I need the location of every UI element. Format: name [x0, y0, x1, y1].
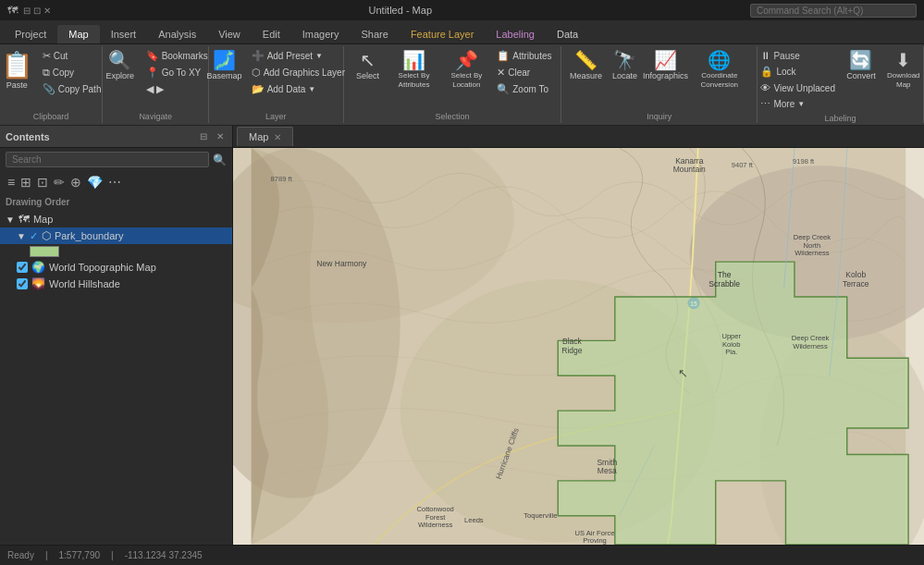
tab-data[interactable]: Data — [546, 25, 589, 43]
layer-item-park-boundary[interactable]: ▼ ✓ ⬡ Park_boundary — [0, 227, 232, 244]
select-by-loc-label: Select By Location — [445, 71, 487, 89]
select-by-location-button[interactable]: 📌 Select By Location — [441, 48, 491, 92]
download-map-button[interactable]: ⬇ Download Map — [883, 48, 924, 92]
map-canvas[interactable]: 15 Kanarra Mountain 9407 ft — [233, 148, 924, 545]
tab-map[interactable]: Map — [57, 25, 99, 43]
bookmarks-button[interactable]: 🔖 Bookmarks — [142, 48, 212, 64]
measure-button[interactable]: 📏 Measure — [567, 48, 604, 84]
attributes-label: Attributes — [512, 51, 551, 61]
svg-text:Terrace: Terrace — [843, 279, 869, 289]
add-preset-label: Add Preset — [267, 51, 313, 61]
filter-icon[interactable]: ⊡ — [35, 173, 50, 191]
svg-text:Proving: Proving — [583, 536, 607, 545]
app-icon: 🗺 — [7, 5, 18, 16]
svg-text:New Harmony: New Harmony — [316, 259, 367, 268]
add-preset-button[interactable]: ➕ Add Preset ▼ — [248, 48, 349, 64]
zoom-to-button[interactable]: 🔍 Zoom To — [493, 81, 555, 97]
inquiry-content: 📏 Measure 🔭 Locate 📈 Infographics 🌐 Coor… — [567, 48, 751, 110]
selection-group-label: Selection — [436, 112, 470, 121]
draw-icon[interactable]: ✏ — [52, 173, 67, 191]
explore-icon: 🔍 — [108, 51, 131, 69]
locate-button[interactable]: 🔭 Locate — [606, 48, 643, 84]
attributes-button[interactable]: 📋 Attributes — [493, 48, 555, 64]
tab-project[interactable]: Project — [4, 25, 57, 43]
tab-analysis[interactable]: Analysis — [147, 25, 207, 43]
select-button[interactable]: ↖ Select — [350, 48, 387, 84]
basemap-button[interactable]: 🗾 Basemap — [203, 48, 246, 84]
view-unplaced-icon: 👁 — [760, 82, 770, 93]
zoom-to-icon: 🔍 — [497, 83, 510, 95]
tab-labeling[interactable]: Labeling — [485, 25, 546, 43]
bookmarks-label: Bookmarks — [162, 51, 208, 61]
convert-button[interactable]: 🔄 Convert — [841, 48, 881, 84]
copy-path-button[interactable]: 📎 Copy Path — [39, 81, 105, 97]
panel-title: Contents — [6, 131, 50, 142]
panel-controls: ⊟ ✕ — [197, 130, 227, 142]
style-icon[interactable]: 💎 — [85, 173, 105, 191]
select-icon: ↖ — [360, 51, 376, 69]
clear-icon: ✕ — [497, 67, 505, 79]
pause-button[interactable]: ⏸ Pause — [757, 48, 839, 63]
copy-button[interactable]: ⧉ Copy — [39, 65, 105, 80]
convert-icon: 🔄 — [849, 51, 872, 69]
copy-icon: ⧉ — [43, 67, 50, 79]
tab-imagery[interactable]: Imagery — [291, 25, 351, 43]
command-search[interactable] — [750, 4, 917, 18]
nav-fwd-icon: ▶ — [156, 83, 164, 95]
map-tab[interactable]: Map ✕ — [237, 127, 293, 146]
list-icon[interactable]: ≡ — [6, 173, 17, 191]
select-by-loc-icon: 📌 — [455, 51, 478, 69]
world-topo-checkbox[interactable] — [17, 262, 28, 273]
ribbon-group-clipboard: 📋 Paste ✂ Cut ⧉ Copy 📎 Copy Path Clipboa… — [0, 46, 103, 123]
tab-edit[interactable]: Edit — [252, 25, 291, 43]
ribbon-group-labeling: ⏸ Pause 🔒 Lock 👁 View Unplaced ⋯ More ▼ — [758, 46, 924, 123]
download-map-label: Download Map — [887, 71, 920, 89]
basemap-icon: 🗾 — [213, 51, 236, 69]
tab-insert[interactable]: Insert — [100, 25, 148, 43]
paste-button[interactable]: 📋 Paste — [0, 48, 37, 92]
svg-text:9198 ft: 9198 ft — [793, 157, 815, 166]
infographics-icon: 📈 — [654, 51, 677, 69]
locate-icon: 🔭 — [613, 51, 636, 69]
world-hillshade-checkbox[interactable] — [17, 278, 28, 289]
layer-item-world-topo[interactable]: 🌍 World Topographic Map — [0, 259, 232, 276]
navigate-group-label: Navigate — [139, 112, 172, 121]
tab-feature-layer[interactable]: Feature Layer — [400, 25, 485, 43]
labeling-col1: ⏸ Pause 🔒 Lock 👁 View Unplaced ⋯ More ▼ — [757, 48, 839, 112]
grid-icon[interactable]: ⊞ — [18, 173, 33, 191]
add-graphics-layer-button[interactable]: ⬡ Add Graphics Layer — [248, 65, 349, 80]
layer-item-map[interactable]: ▼ 🗺 Map — [0, 211, 232, 227]
cut-button[interactable]: ✂ Cut — [39, 48, 105, 64]
lock-button[interactable]: 🔒 Lock — [757, 64, 839, 80]
panel-close-icon[interactable]: ✕ — [214, 130, 227, 142]
select-by-attributes-button[interactable]: 📊 Select By Attributes — [388, 48, 440, 92]
world-hillshade-icon: 🌄 — [31, 277, 45, 290]
add-icon[interactable]: ⊕ — [68, 173, 83, 191]
park-boundary-name: Park_boundary — [55, 230, 124, 241]
coordinate-conversion-button[interactable]: 🌐 Coordinate Conversion — [688, 48, 751, 92]
svg-text:Wilderness: Wilderness — [418, 521, 453, 529]
more-icon: ⋯ — [760, 98, 770, 110]
tab-view[interactable]: View — [207, 25, 252, 43]
pause-icon: ⏸ — [760, 50, 770, 61]
explore-button[interactable]: 🔍 Explore — [100, 48, 141, 84]
more-icon[interactable]: ⋯ — [106, 173, 123, 191]
goto-xy-button[interactable]: 📍 Go To XY — [142, 65, 212, 80]
more-button[interactable]: ⋯ More ▼ — [757, 96, 839, 112]
view-unplaced-button[interactable]: 👁 View Unplaced — [757, 80, 839, 95]
layer-item-world-hillshade[interactable]: 🌄 World Hillshade — [0, 276, 232, 292]
convert-label: Convert — [846, 71, 876, 81]
add-data-button[interactable]: 📂 Add Data ▼ — [248, 81, 349, 97]
nav-back-button[interactable]: ◀ ▶ — [142, 81, 212, 97]
map-tab-close-icon[interactable]: ✕ — [274, 132, 281, 142]
contents-search-input[interactable] — [6, 152, 209, 167]
status-scale: 1:577,790 — [59, 550, 101, 560]
lock-label: Lock — [776, 67, 795, 77]
command-search-input[interactable] — [750, 4, 917, 18]
tab-share[interactable]: Share — [351, 25, 400, 43]
check-visible-icon: ✓ — [30, 230, 38, 242]
panel-auto-hide-icon[interactable]: ⊟ — [197, 130, 210, 142]
selection-col: 📋 Attributes ✕ Clear 🔍 Zoom To — [493, 48, 555, 97]
infographics-button[interactable]: 📈 Infographics — [645, 48, 685, 84]
clear-button[interactable]: ✕ Clear — [493, 65, 555, 80]
